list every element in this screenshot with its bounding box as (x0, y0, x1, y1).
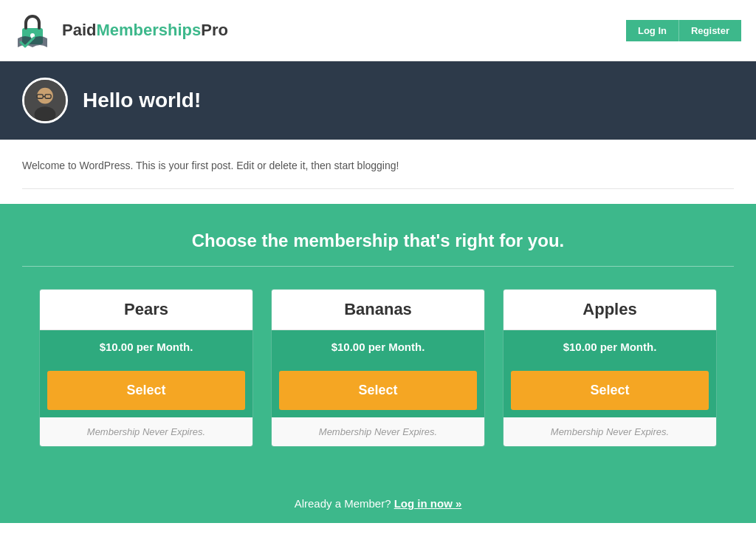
card-expiry-apples: Membership Never Expires. (504, 417, 716, 446)
card-expiry-pears: Membership Never Expires. (40, 417, 252, 446)
card-price-bananas: $10.00 per Month. (272, 330, 484, 363)
register-button[interactable]: Register (679, 20, 741, 41)
membership-card-apples: Apples $10.00 per Month. Select Membersh… (503, 289, 717, 447)
membership-section: Choose the membership that's right for y… (0, 204, 756, 484)
select-button-apples[interactable]: Select (511, 371, 709, 410)
card-name-pears: Pears (40, 290, 252, 330)
card-name-apples: Apples (504, 290, 716, 330)
site-header: PaidMembershipsPro Log In Register (0, 0, 756, 61)
select-button-pears[interactable]: Select (47, 371, 245, 410)
login-now-link[interactable]: Log in now » (394, 497, 462, 510)
content-divider (22, 188, 734, 189)
already-member-text: Already a Member? (295, 497, 391, 510)
hero-title: Hello world! (83, 89, 201, 112)
login-button[interactable]: Log In (626, 20, 679, 41)
welcome-text: Welcome to WordPress. This is your first… (22, 157, 734, 174)
content-area: Welcome to WordPress. This is your first… (0, 140, 756, 204)
select-button-bananas[interactable]: Select (279, 371, 477, 410)
avatar (22, 78, 68, 123)
card-expiry-bananas: Membership Never Expires. (272, 417, 484, 446)
card-price-apples: $10.00 per Month. (504, 330, 716, 363)
membership-card-bananas: Bananas $10.00 per Month. Select Members… (271, 289, 485, 447)
logo-text: PaidMembershipsPro (62, 21, 228, 40)
membership-heading: Choose the membership that's right for y… (22, 230, 734, 251)
card-name-bananas: Bananas (272, 290, 484, 330)
already-member-section: Already a Member? Log in now » (0, 484, 756, 523)
header-nav: Log In Register (626, 20, 741, 41)
membership-divider (22, 266, 734, 267)
membership-card-pears: Pears $10.00 per Month. Select Membershi… (39, 289, 253, 447)
membership-cards: Pears $10.00 per Month. Select Membershi… (22, 289, 734, 447)
logo-area: PaidMembershipsPro (15, 10, 228, 50)
logo-icon (15, 10, 55, 50)
hero-banner: Hello world! (0, 61, 756, 140)
card-price-pears: $10.00 per Month. (40, 330, 252, 363)
